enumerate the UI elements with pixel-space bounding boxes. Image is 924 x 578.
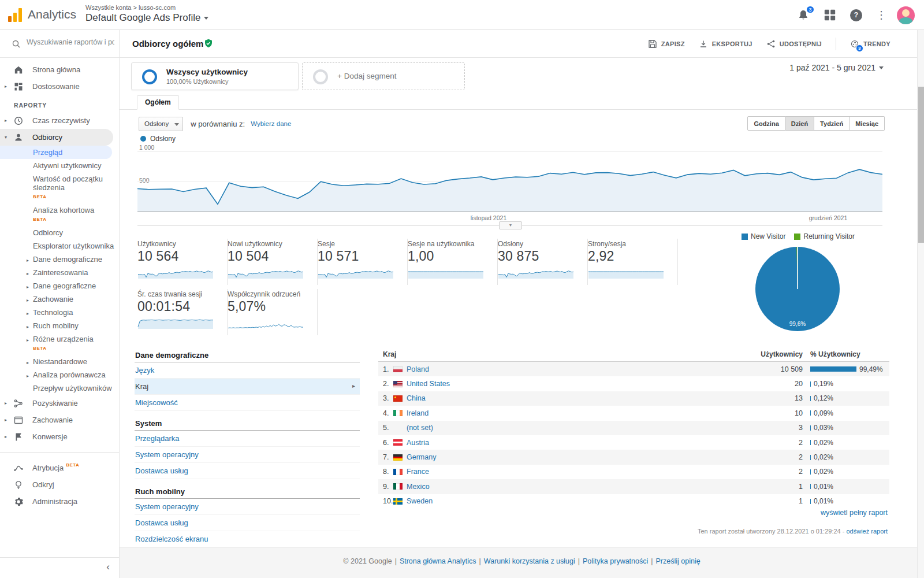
country-link[interactable]: Sweden [407,497,748,505]
visitor-type-pie-chart[interactable]: 99,6% [754,245,841,333]
sidebar-item-label: Czas rzeczywisty [32,116,90,125]
profile-selector[interactable]: Default Google Ads Profile [85,12,208,24]
sidebar-item-przep-yw-u-ytkownik-w[interactable]: Przepływ użytkowników [0,381,119,395]
sidebar-item-administracja[interactable]: Administracja [0,493,119,510]
metric-card-nowi-u-ytkownicy[interactable]: Nowi użytkownicy10 504 [228,239,318,285]
metric-card-sesje[interactable]: Sesje10 571 [318,239,408,285]
metric-select[interactable]: Odsłony [139,117,183,131]
chevron-down-icon [879,66,884,69]
country-link[interactable]: (not set) [407,424,748,432]
sidebar-item-analiza-kohortowa[interactable]: Analiza kohortowaBETA [0,203,119,226]
sidebar-item-eksplorator-u-ytkownika[interactable]: Eksplorator użytkownika [0,239,119,253]
granularity-tydzie[interactable]: Tydzień [814,116,850,131]
country-link[interactable]: Ireland [407,409,748,417]
metric-card-sesje-na-u-ytkownika[interactable]: Sesje na użytkownika1,00 [408,239,498,285]
chevron-right-icon: ▸ [27,256,29,265]
granularity-dzie[interactable]: Dzień [785,116,814,131]
dimension-item-dostawca-us-ug[interactable]: Dostawca usług [135,515,360,531]
sidebar-item-odkryj[interactable]: Odkryj [0,476,119,493]
sidebar-item-niestandardowe[interactable]: ▸Niestandardowe [0,355,119,368]
sidebar-item-atrybucja[interactable]: AtrybucjaBETA [0,460,119,476]
table-row-mexico: 9.Mexico10,01% [378,479,889,494]
sidebar-item-strona-g-wna[interactable]: Strona główna [0,61,119,78]
sidebar-item-warto-od-pocz-tku-ledzenia[interactable]: Wartość od początku śledzeniaBETA [0,172,119,203]
sidebar-item-czas-rzeczywisty[interactable]: ▸Czas rzeczywisty [0,112,119,129]
timeline-brush-handle[interactable]: ▼ [499,221,522,229]
sidebar-item-przegl-d[interactable]: Przegląd [0,146,112,159]
footer-separator: | [395,557,397,565]
column-users-pct[interactable]: % Użytkownicy [803,350,889,358]
share-button[interactable]: UDOSTĘPNIJ [766,39,822,49]
country-link[interactable]: Mexico [407,483,748,491]
add-segment-button[interactable]: + Dodaj segment [302,62,465,90]
country-link[interactable]: Germany [407,453,748,461]
sidebar-item-pozyskiwanie[interactable]: ▸Pozyskiwanie [0,395,119,412]
sidebar-item-aktywni-u-ytkownicy[interactable]: Aktywni użytkownicy [0,159,119,172]
sidebar-item-odbiorcy[interactable]: ▾Odbiorcy [0,129,113,146]
breadcrumb[interactable]: Wszystkie konta > lusso-sc.com [85,4,176,11]
sidebar-item-r-ne-urz-dzenia[interactable]: ▸Różne urządzeniaBETA [0,332,119,355]
dimension-item-system-operacyjny[interactable]: System operacyjny [135,499,360,515]
sidebar-item-dane-geograficzne[interactable]: ▸Dane geograficzne [0,279,119,292]
sidebar-item-analiza-por-wnawcza[interactable]: ▸Analiza porównawcza [0,368,119,381]
sidebar-item-dane-demograficzne[interactable]: ▸Dane demograficzne [0,253,119,266]
search-input[interactable] [27,38,114,46]
sidebar-item-technologia[interactable]: ▸Technologia [0,306,119,319]
metric-card-ods-ony[interactable]: Odsłony30 875 [498,239,588,285]
flag-ireland-icon [393,410,403,416]
save-button[interactable]: ZAPISZ [648,39,685,49]
tab-summary[interactable]: Ogółem [137,95,179,110]
country-link[interactable]: United States [407,380,748,388]
view-full-report-link[interactable]: wyświetl pełny raport [821,509,888,517]
country-link[interactable]: France [407,468,748,476]
help-icon[interactable]: ? [850,9,862,21]
dimension-item-dostawca-us-ug[interactable]: Dostawca usług [135,463,360,479]
granularity-godzina[interactable]: Godzina [747,116,785,131]
export-button[interactable]: EKSPORTUJ [699,39,752,49]
column-country[interactable]: Kraj [378,350,748,358]
granularity-miesi-c[interactable]: Miesiąc [850,116,885,131]
sidebar-item-zainteresowania[interactable]: ▸Zainteresowania [0,266,119,279]
flag-mexico-icon [393,483,403,490]
footer-link-polityka-prywatno-ci[interactable]: Polityka prywatności [583,557,648,565]
footer-link-warunki-korzystania-z-us-ugi[interactable]: Warunki korzystania z usługi [484,557,575,565]
dimension-item-system-operacyjny[interactable]: System operacyjny [135,447,360,463]
sidebar-item-ruch-mobilny[interactable]: ▸Ruch mobilny [0,319,119,332]
footer-link-prze-lij-opini[interactable]: Prześlij opinię [656,557,701,565]
scrollbar-thumb[interactable] [918,87,924,243]
more-menu-icon[interactable]: ⋮ [876,9,883,21]
segment-all-users[interactable]: Wszyscy użytkownicy 100,00% Użytkownicy [131,62,299,90]
footer-link-strona-g-wna-analytics[interactable]: Strona główna Analytics [400,557,476,565]
dimension-item-j-zyk[interactable]: Język [135,362,360,379]
dimension-item-przegl-darka[interactable]: Przeglądarka [135,431,360,447]
refresh-report-link[interactable]: odśwież raport [846,528,888,535]
metric-label: Odsłony [498,240,582,248]
sidebar-item-zachowanie[interactable]: ▸Zachowanie [0,292,119,306]
country-link[interactable]: Austria [407,439,748,447]
compare-data-link[interactable]: Wybierz dane [251,120,291,127]
sidebar-item-odbiorcy[interactable]: Odbiorcy [0,226,119,239]
dimension-item-miejscowo[interactable]: Miejscowość [135,395,360,411]
vertical-scrollbar[interactable] [917,30,924,578]
sidebar-item-konwersje[interactable]: ▸Konwersje [0,428,119,445]
trends-button[interactable]: 3 TRENDY [850,39,891,49]
country-link[interactable]: Poland [407,365,748,373]
date-range-picker[interactable]: 1 paź 2021 - 5 gru 2021 [789,63,884,72]
metric-card-wsp-czynnik-odrzuce[interactable]: Współczynnik odrzuceń5,07% [228,289,318,335]
pageviews-timeseries-chart[interactable] [137,151,882,212]
metric-card-u-ytkownicy[interactable]: Użytkownicy10 564 [137,239,228,285]
collapse-sidebar-icon[interactable]: ‹ [106,561,110,573]
metric-card-strony-sesja[interactable]: Strony/sesja2,92 [588,239,678,285]
dimension-item-kraj[interactable]: Kraj▸ [135,379,360,395]
sidebar-item-label: Niestandardowe [33,357,87,366]
notifications-bell-icon[interactable]: 3 [797,9,810,21]
apps-grid-icon[interactable] [824,9,836,21]
dimension-item-rozdzielczo-ekranu[interactable]: Rozdzielczość ekranu [135,531,360,547]
avatar[interactable] [897,6,915,24]
sidebar-item-zachowanie[interactable]: ▸Zachowanie [0,412,119,428]
metric-card-r-czas-trwania-sesji[interactable]: Śr. czas trwania sesji00:01:54 [137,289,228,335]
chevron-right-icon: ▸ [5,118,13,123]
country-link[interactable]: China [407,394,748,402]
column-users[interactable]: Użytkownicy [748,350,803,358]
sidebar-item-dostosowanie[interactable]: ▸Dostosowanie [0,78,119,95]
